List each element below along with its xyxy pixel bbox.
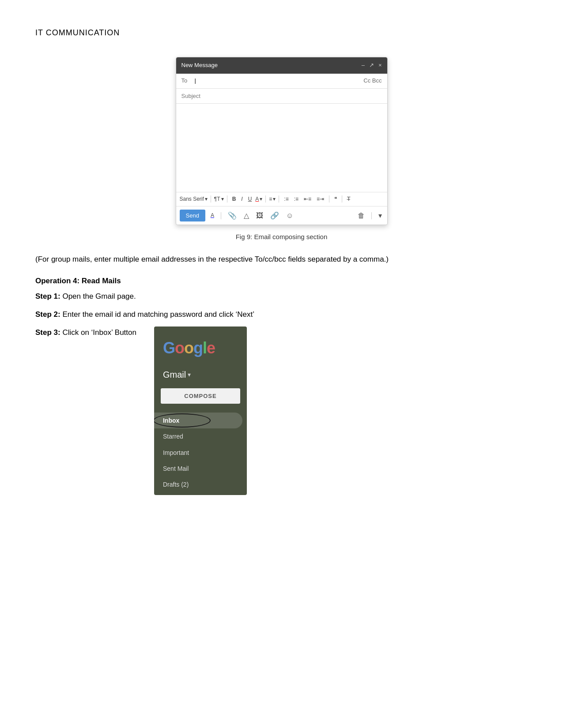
clear-format-button[interactable]: T̶ bbox=[345, 194, 352, 204]
step1-text: Open the Gmail page. bbox=[60, 292, 136, 300]
delete-icon[interactable]: 🗑 bbox=[356, 209, 367, 222]
minimize-icon[interactable]: – bbox=[362, 61, 365, 70]
compose-body[interactable] bbox=[176, 104, 387, 192]
toolbar-sep-7 bbox=[221, 212, 221, 219]
logo-g: G bbox=[163, 339, 175, 357]
page-title: IT COMMUNICATION bbox=[35, 26, 528, 39]
gmail-nav: Inbox Starred Important Sent Mail Drafts… bbox=[154, 410, 247, 495]
text-color-label: A bbox=[255, 195, 259, 203]
gmail-dropdown-arrow[interactable]: ▾ bbox=[188, 370, 191, 379]
outdent-button[interactable]: ≡⇥ bbox=[315, 194, 326, 204]
figure-caption: Fig 9: Email composing section bbox=[35, 232, 528, 242]
insert-link-icon[interactable]: 🔗 bbox=[268, 209, 281, 222]
step3: Step 3: Click on ‘Inbox’ Button bbox=[35, 326, 136, 339]
sent-mail-nav-item[interactable]: Sent Mail bbox=[154, 461, 247, 477]
sent-mail-label: Sent Mail bbox=[163, 465, 189, 472]
step3-row: Step 3: Click on ‘Inbox’ Button Google G… bbox=[35, 326, 528, 495]
step3-left: Step 3: Click on ‘Inbox’ Button bbox=[35, 326, 136, 345]
formatting-toolbar: Sans Serif ▾ ¶T ▾ B I U A ▾ ≡ ▾ :≡ :≡ bbox=[176, 192, 387, 206]
step2: Step 2: Enter the email id and matching … bbox=[35, 308, 528, 321]
important-label: Important bbox=[163, 449, 189, 456]
drafts-label: Drafts (2) bbox=[163, 481, 189, 488]
gmail-panel-container: Google Gmail ▾ COMPOSE Inbox bbox=[154, 326, 247, 495]
close-icon[interactable]: × bbox=[378, 61, 382, 70]
step2-text: Enter the email id and matching password… bbox=[60, 310, 254, 319]
step3-text: Click on ‘Inbox’ Button bbox=[60, 328, 136, 337]
more-options-icon: ≡ bbox=[269, 195, 272, 203]
more-options-button[interactable]: ▾ bbox=[377, 209, 384, 222]
inbox-nav-wrapper: Inbox bbox=[154, 413, 247, 428]
compose-btn-area: COMPOSE bbox=[154, 388, 247, 410]
toolbar-sep-6 bbox=[342, 195, 342, 203]
compose-header: New Message – ↗ × bbox=[176, 57, 387, 74]
font-family-arrow: ▾ bbox=[205, 195, 208, 203]
google-logo: Google bbox=[154, 326, 247, 365]
step2-label: Step 2: bbox=[35, 310, 60, 319]
more-options-arrow: ▾ bbox=[273, 195, 276, 203]
logo-o2: o bbox=[184, 339, 193, 357]
logo-l: l bbox=[203, 339, 207, 357]
important-nav-item[interactable]: Important bbox=[154, 445, 247, 461]
subject-field-row bbox=[176, 89, 387, 104]
font-family-label: Sans Serif bbox=[180, 195, 204, 203]
group-mail-note: (For group mails, enter multiple email a… bbox=[35, 253, 528, 266]
gmail-text: Gmail bbox=[163, 368, 186, 382]
drafts-nav-item[interactable]: Drafts (2) bbox=[154, 477, 247, 492]
starred-label: Starred bbox=[163, 433, 183, 440]
compose-header-controls: – ↗ × bbox=[362, 61, 382, 70]
toolbar-sep-5 bbox=[329, 195, 329, 203]
step1-label: Step 1: bbox=[35, 292, 60, 300]
cc-bcc-label[interactable]: Cc Bcc bbox=[363, 76, 382, 86]
compose-button[interactable]: COMPOSE bbox=[161, 388, 240, 404]
text-color-arrow: ▾ bbox=[260, 195, 262, 203]
font-color-button[interactable]: A bbox=[209, 210, 216, 221]
numbered-list-button[interactable]: :≡ bbox=[282, 194, 290, 204]
text-color-dropdown[interactable]: A ▾ bbox=[255, 195, 262, 203]
toolbar-sep-4 bbox=[279, 195, 279, 203]
bullet-list-button[interactable]: :≡ bbox=[292, 194, 300, 204]
gmail-label: Gmail ▾ bbox=[154, 365, 247, 388]
more-options-dropdown[interactable]: ≡ ▾ bbox=[269, 195, 276, 203]
to-input[interactable] bbox=[196, 78, 363, 84]
step3-label: Step 3: bbox=[35, 328, 60, 337]
to-label: To bbox=[181, 76, 195, 86]
to-field-row: To | Cc Bcc bbox=[176, 74, 387, 89]
google-drive-icon[interactable]: △ bbox=[242, 209, 251, 222]
send-button[interactable]: Send bbox=[180, 210, 205, 221]
underline-button[interactable]: U bbox=[246, 194, 254, 204]
italic-button[interactable]: I bbox=[239, 194, 244, 204]
insert-emoji-icon[interactable]: ☺ bbox=[284, 209, 295, 222]
toolbar-sep-3 bbox=[265, 195, 266, 203]
action-toolbar: Send A 📎 △ 🖼 🔗 ☺ 🗑 ▾ bbox=[176, 206, 387, 225]
indent-button[interactable]: ⇤≡ bbox=[302, 194, 313, 204]
gmail-panel: Google Gmail ▾ COMPOSE Inbox bbox=[154, 326, 247, 495]
font-size-label: ¶T bbox=[214, 195, 220, 203]
logo-g2: g bbox=[193, 339, 203, 357]
font-family-dropdown[interactable]: Sans Serif ▾ bbox=[180, 195, 208, 203]
toolbar-sep-8 bbox=[371, 212, 372, 219]
toolbar-sep-1 bbox=[211, 195, 211, 203]
inbox-nav-item[interactable]: Inbox bbox=[154, 413, 242, 428]
starred-nav-item[interactable]: Starred bbox=[154, 428, 247, 444]
operation4-heading: Operation 4: Read Mails bbox=[35, 275, 528, 287]
font-size-arrow: ▾ bbox=[221, 195, 224, 203]
toolbar-sep-2 bbox=[227, 195, 227, 203]
expand-icon[interactable]: ↗ bbox=[369, 61, 374, 70]
font-size-dropdown[interactable]: ¶T ▾ bbox=[214, 195, 224, 203]
logo-o1: o bbox=[175, 339, 184, 357]
quote-button[interactable]: ❝ bbox=[333, 194, 339, 204]
subject-input[interactable] bbox=[181, 93, 382, 99]
step1: Step 1: Open the Gmail page. bbox=[35, 290, 528, 303]
logo-e: e bbox=[207, 339, 215, 357]
attach-file-icon[interactable]: 📎 bbox=[226, 209, 238, 222]
inbox-label: Inbox bbox=[163, 417, 179, 424]
compose-window-container: New Message – ↗ × To | Cc Bcc Sans Serif… bbox=[35, 57, 528, 225]
bold-button[interactable]: B bbox=[230, 194, 238, 204]
compose-header-title: New Message bbox=[181, 61, 218, 70]
insert-photo-icon[interactable]: 🖼 bbox=[254, 209, 265, 222]
compose-window: New Message – ↗ × To | Cc Bcc Sans Serif… bbox=[176, 57, 388, 225]
